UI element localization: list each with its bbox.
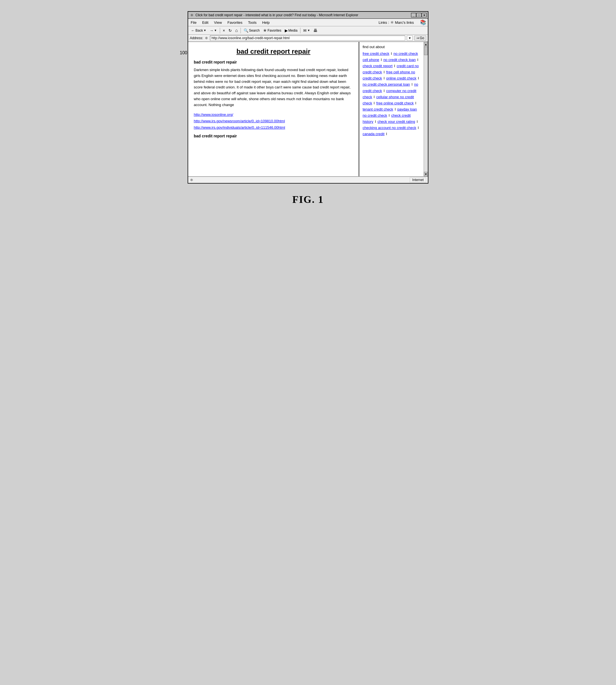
favorites-label: Favorites (267, 28, 281, 32)
sep-9: I (382, 89, 386, 93)
article-links: http://www.iosonline.org/ http://www.irs… (194, 111, 353, 131)
sidebar-links: free credit check I no credit check cell… (362, 51, 420, 137)
mail-dropdown-icon: ▼ (307, 29, 310, 32)
window-controls: _ □ ✕ (411, 13, 427, 17)
search-button[interactable]: 🔍 Search (242, 28, 261, 33)
star-icon: ★ (263, 28, 267, 33)
scroll-down-button[interactable]: ▼ (424, 172, 428, 176)
forward-arrow-icon: → (210, 28, 214, 33)
sep-2: I (379, 58, 383, 62)
go-arrow-icon: ⇒ (416, 36, 419, 40)
favorites-button[interactable]: ★ Favorites (262, 27, 282, 33)
sep-5: I (382, 70, 386, 74)
refresh-icon: ↻ (228, 28, 232, 33)
sidebar-link-no-credit-check-personal-loan[interactable]: no credit check personal loan (362, 82, 410, 87)
stop-button[interactable]: × (222, 28, 226, 33)
go-button[interactable]: ⇒ Go (414, 36, 426, 41)
menu-favorites[interactable]: Favorites (226, 20, 243, 25)
address-input[interactable] (210, 36, 405, 41)
sep-17: I (416, 125, 419, 130)
sidebar-link-no-credit-check-loan[interactable]: no credit check loan (383, 58, 416, 62)
page-title: bad credit report repair (194, 48, 353, 55)
toolbar: ← Back ▼ → ▼ × ↻ ⌂ 🔍 Search ★ Favorites … (188, 26, 428, 35)
sidebar-link-canada-credit[interactable]: canada credit (362, 132, 384, 136)
content-with-scrollbar: 100 bad credit report repair bad credit … (188, 42, 428, 176)
scrollbar: ▲ ▼ (424, 42, 428, 176)
sidebar-link-online-credit-check[interactable]: online credit check (386, 76, 416, 80)
refresh-button[interactable]: ↻ (227, 28, 233, 33)
sep-13: I (393, 107, 397, 111)
status-icon: ⚛ (190, 178, 194, 182)
media-button[interactable]: ▶ Media (284, 28, 299, 33)
book-icon: 📚 (420, 19, 426, 25)
article-link-1[interactable]: http://www.iosonline.org/ (194, 113, 233, 117)
mail-icon: ✉ (303, 28, 307, 33)
sep-1: I (389, 51, 393, 56)
back-arrow-icon: ← (191, 28, 195, 33)
menu-view[interactable]: View (213, 20, 223, 25)
sep-11: I (372, 101, 376, 105)
menu-tools[interactable]: Tools (247, 20, 257, 25)
toolbar-divider-1 (220, 28, 220, 33)
sidebar-link-checking-account-no-credit-check[interactable]: checking account no credit check (362, 125, 416, 130)
menu-help[interactable]: Help (261, 20, 270, 25)
sep-4: I (393, 64, 397, 68)
sep-6: I (382, 76, 386, 80)
sidebar-link-tenant-credit-check[interactable]: tenant credit check (362, 107, 393, 111)
back-button[interactable]: ← Back ▼ (190, 28, 207, 33)
article-link-2[interactable]: http://www.irs.gov/newsroom/article/0..i… (194, 119, 285, 123)
address-bar: Address: ⚛ ▼ ⇒ Go (188, 35, 428, 42)
stop-icon: × (223, 28, 225, 33)
scroll-thumb[interactable] (424, 47, 428, 55)
search-icon: 🔍 (244, 28, 248, 33)
print-button[interactable]: 🖶 (312, 28, 318, 33)
links-section: Links : ⚛ Marc's links (378, 20, 414, 25)
links-icon: ⚛ (390, 20, 394, 25)
menu-bar: File Edit View Favorites Tools Help Link… (188, 19, 428, 26)
menu-edit[interactable]: Edit (201, 20, 209, 25)
address-label: Address: (190, 36, 203, 40)
article-heading: bad credit report repair (194, 60, 353, 64)
search-label: Search (249, 28, 260, 32)
forward-button[interactable]: → ▼ (208, 28, 218, 33)
minimize-button[interactable]: _ (411, 13, 416, 17)
window-title: Click for bad credit report repair - int… (195, 13, 358, 17)
figure-label: FIG. 1 (292, 193, 324, 205)
address-icon: ⚛ (205, 36, 208, 40)
media-label: Media (288, 28, 298, 32)
sidebar-link-free-online-credit-check[interactable]: free online credit check (376, 101, 414, 105)
article-body: Darkmen simple kinds plants following da… (194, 67, 353, 108)
sep-16: I (415, 119, 418, 124)
home-icon: ⌂ (235, 28, 238, 33)
browser-window: ⚛ Click for bad credit report repair - i… (188, 11, 428, 184)
article-footer: bad credit report repair (194, 134, 353, 138)
menu-file[interactable]: File (190, 20, 197, 25)
back-label: Back (195, 28, 203, 32)
sidebar: find out about free credit check I no cr… (359, 42, 424, 176)
browser-icon: ⚛ (189, 13, 194, 18)
sep-12: I (414, 101, 417, 105)
title-bar: ⚛ Click for bad credit report repair - i… (188, 12, 428, 19)
scroll-up-button[interactable]: ▲ (424, 42, 428, 46)
sep-15: I (373, 119, 377, 124)
sidebar-link-check-credit-report[interactable]: check credit report (362, 64, 393, 68)
marcs-links[interactable]: Marc's links (395, 20, 414, 25)
back-dropdown-icon: ▼ (203, 29, 206, 32)
mail-button[interactable]: ✉ ▼ (302, 28, 311, 33)
sep-8: I (410, 82, 414, 87)
address-dropdown[interactable]: ▼ (407, 36, 413, 41)
status-internet: Internet (410, 177, 426, 182)
annotation-100: 100 (180, 50, 187, 55)
home-button[interactable]: ⌂ (234, 27, 239, 33)
article-link-3[interactable]: http://www.irs.gov/individuals/article/0… (194, 125, 285, 130)
sep-14: I (387, 113, 391, 117)
sidebar-link-check-your-credit-rating[interactable]: check your credit rating (377, 119, 415, 124)
media-icon: ▶ (285, 28, 288, 33)
sidebar-link-free-credit-check[interactable]: free credit check (362, 51, 389, 56)
sep-3: I (416, 58, 419, 62)
forward-dropdown-icon: ▼ (214, 29, 217, 32)
restore-button[interactable]: □ (416, 13, 421, 17)
sep-10: I (372, 95, 376, 99)
find-out-label: find out about (362, 45, 420, 49)
close-button[interactable]: ✕ (422, 13, 427, 17)
